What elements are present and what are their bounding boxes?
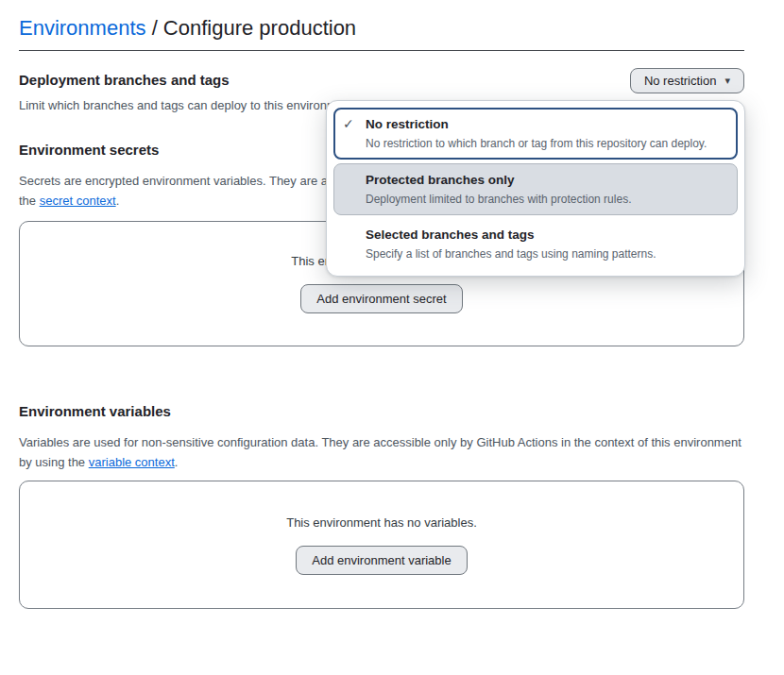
environment-variables-description: Variables are used for non-sensitive con…: [19, 432, 744, 472]
menu-item-protected-branches[interactable]: Protected branches only Deployment limit…: [333, 163, 738, 215]
add-environment-variable-button[interactable]: Add environment variable: [296, 546, 467, 575]
caret-down-icon: ▾: [724, 76, 730, 86]
menu-item-selected-branches[interactable]: Selected branches and tags Specify a lis…: [333, 219, 738, 269]
restriction-dropdown-menu: ✓ No restriction No restriction to which…: [326, 100, 745, 277]
environment-variables-section: Environment variables Variables are used…: [19, 402, 744, 609]
secret-context-link[interactable]: secret context: [40, 194, 116, 208]
environments-breadcrumb-link[interactable]: Environments: [19, 16, 146, 40]
add-environment-secret-button[interactable]: Add environment secret: [300, 284, 462, 313]
restriction-dropdown-button[interactable]: No restriction ▾: [630, 68, 744, 93]
menu-item-label: Selected branches and tags: [366, 227, 656, 243]
menu-item-description: Deployment limited to branches with prot…: [366, 193, 631, 207]
environment-config-page: Environments / Configure production Depl…: [0, 0, 784, 609]
environment-variables-heading: Environment variables: [19, 402, 744, 420]
variables-description-period: .: [175, 455, 179, 469]
page-title: Environments / Configure production: [19, 15, 744, 42]
menu-item-description: Specify a list of branches and tags usin…: [366, 247, 656, 262]
breadcrumb-separator: /: [146, 16, 163, 40]
variables-empty-box: This environment has no variables. Add e…: [19, 481, 744, 609]
menu-item-no-restriction[interactable]: ✓ No restriction No restriction to which…: [333, 108, 738, 160]
title-divider: [19, 50, 744, 51]
menu-item-content: Selected branches and tags Specify a lis…: [366, 227, 656, 262]
secrets-description-period: .: [116, 194, 120, 208]
breadcrumb-current: Configure production: [163, 16, 356, 40]
menu-item-content: Protected branches only Deployment limit…: [366, 172, 631, 207]
deployment-branches-heading: Deployment branches and tags: [19, 71, 547, 89]
menu-item-label: No restriction: [366, 116, 707, 132]
variable-context-link[interactable]: variable context: [89, 455, 175, 469]
variables-empty-text: This environment has no variables.: [286, 515, 477, 530]
restriction-dropdown-label: No restriction: [644, 74, 717, 88]
check-icon: ✓: [343, 116, 366, 132]
menu-item-label: Protected branches only: [366, 172, 631, 188]
menu-item-content: No restriction No restriction to which b…: [366, 116, 707, 151]
menu-item-description: No restriction to which branch or tag fr…: [366, 137, 707, 151]
